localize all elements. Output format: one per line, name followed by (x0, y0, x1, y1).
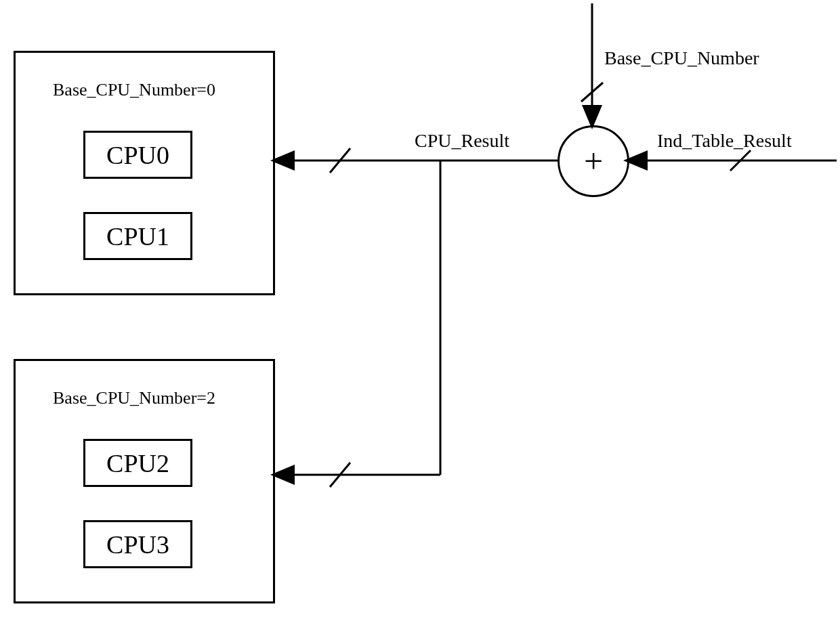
label-cpu-result: CPU_Result (415, 130, 509, 152)
adder-node: + (558, 125, 629, 197)
cpu-group-0: Base_CPU_Number=0 CPU0 CPU1 (14, 51, 275, 295)
cpu-group-0-label: Base_CPU_Number=0 (53, 80, 215, 100)
svg-line-2 (581, 83, 603, 102)
cpu-group-1: Base_CPU_Number=2 CPU2 CPU3 (14, 359, 275, 603)
cpu-box-1: CPU1 (83, 212, 192, 260)
label-base-cpu-number: Base_CPU_Number (604, 47, 759, 69)
cpu-box-0: CPU0 (83, 131, 192, 179)
cpu-box-3: CPU3 (83, 520, 192, 568)
cpu-box-2: CPU2 (83, 439, 192, 487)
svg-line-9 (330, 463, 350, 487)
diagram-container: Base_CPU_Number=0 CPU0 CPU1 Base_CPU_Num… (0, 0, 840, 617)
svg-line-6 (330, 148, 350, 173)
cpu-group-1-label: Base_CPU_Number=2 (53, 388, 215, 408)
label-ind-table-result: Ind_Table_Result (657, 130, 792, 152)
svg-line-4 (730, 150, 751, 171)
